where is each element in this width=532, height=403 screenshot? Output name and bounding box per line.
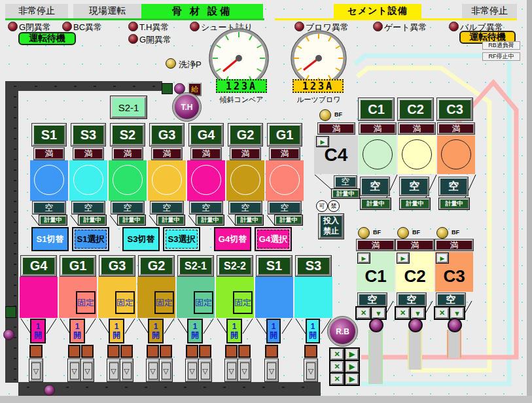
fixed-button[interactable]: 固定 [154, 291, 174, 314]
wash-pump-label: 洗浄P [179, 59, 202, 71]
s3-select-button[interactable]: S3選択 [163, 227, 200, 251]
allow-toggle[interactable]: 可 [316, 200, 328, 212]
start-button[interactable]: ▶ [346, 374, 359, 385]
vibrator-button[interactable]: ▽ [68, 359, 80, 381]
start-button[interactable]: ▶ [346, 349, 359, 360]
bc-alarm-lamp [62, 22, 72, 31]
gate-open-button[interactable]: 1開 [266, 319, 281, 343]
vibrator-button[interactable]: ▽ [186, 359, 198, 381]
th-alarm-lamp [128, 22, 138, 31]
bf-label: BF [412, 229, 420, 236]
silo-header: C3 [437, 98, 472, 120]
aggregate-underline [5, 18, 264, 20]
full-indicator: 満 [318, 123, 355, 134]
g-close-alarm-lamp [8, 22, 18, 31]
vibrator-icon: ▽ [109, 362, 118, 379]
silo-header: C1 [359, 98, 394, 120]
bf-lamp [358, 227, 370, 239]
discharge-button[interactable]: ▼ [450, 307, 464, 319]
weighing-indicator: 計量中 [196, 215, 224, 225]
blower-gauge [291, 30, 347, 86]
s1-switch-button[interactable]: S1切替 [31, 227, 69, 251]
estop-right-label: 非常停止 [462, 4, 517, 18]
g-open-alarm-label: G開異常 [139, 34, 171, 46]
discharge-gate [147, 345, 159, 358]
start-button[interactable]: ▶ [346, 361, 359, 372]
play-button[interactable]: ▶ [436, 253, 448, 263]
vibrator-icon: ▽ [31, 362, 41, 379]
silo-body [30, 160, 68, 201]
full-indicator: 満 [396, 239, 434, 251]
play-button[interactable]: ▶ [397, 253, 409, 263]
empty-indicator: 空 [436, 293, 465, 306]
cancel-button[interactable]: ✕ [330, 361, 344, 372]
gate-open-button[interactable]: 1開 [109, 319, 124, 343]
play-button[interactable]: ▶ [317, 137, 328, 147]
gate-open-button[interactable]: 1開 [187, 319, 203, 343]
play-button[interactable]: ▶ [358, 253, 370, 263]
empty-indicator: 空 [72, 202, 105, 214]
cement-pipe [368, 330, 383, 384]
gate-open-button[interactable]: 1開 [306, 319, 320, 343]
s1-select-button[interactable]: S1選択 [72, 227, 109, 251]
discharge-gate [304, 345, 317, 358]
g4-switch-button[interactable]: G4切替 [214, 227, 251, 251]
vibrator-button[interactable]: ▽ [120, 359, 133, 381]
rf-stop-note: RF停止中 [482, 52, 520, 61]
vibrator-button[interactable]: ▽ [107, 359, 120, 381]
g4-select-button[interactable]: G4選択 [255, 227, 292, 251]
silo-header: S2-2 [217, 256, 253, 276]
left-status-box [5, 306, 16, 318]
fixed-button[interactable]: 固定 [194, 291, 213, 314]
weighing-indicator: 計量中 [236, 215, 263, 225]
fixed-button[interactable]: 固定 [233, 291, 253, 314]
vibrator-button[interactable]: ▽ [160, 359, 172, 381]
discharge-gate [107, 345, 120, 358]
bf-lamp [436, 227, 448, 239]
gate-open-button[interactable]: 1開 [30, 319, 46, 343]
cancel-button[interactable]: ✕ [435, 307, 449, 319]
full-indicator: 満 [359, 123, 396, 134]
vibrator-button[interactable]: ▽ [238, 359, 251, 381]
discharge-button[interactable]: ▼ [411, 307, 425, 319]
fixed-button[interactable]: 固定 [76, 291, 96, 314]
gate-open-button[interactable]: 1開 [226, 319, 242, 343]
vibrator-button[interactable]: ▽ [225, 359, 238, 381]
empty-indicator: 空 [111, 202, 144, 214]
empty-indicator: 空 [33, 202, 65, 214]
vibrator-button[interactable]: ▽ [265, 359, 278, 381]
vibrator-button[interactable]: ▽ [29, 359, 43, 381]
cancel-button[interactable]: ✕ [396, 307, 410, 319]
vibrator-button[interactable]: ▽ [199, 359, 211, 381]
weighing-indicator: 計量中 [275, 215, 302, 225]
cement-valve [448, 318, 462, 332]
discharge-gate [81, 345, 94, 358]
gate-open-button[interactable]: 1開 [148, 319, 164, 343]
cancel-button[interactable]: ✕ [330, 349, 344, 360]
charge-block-button[interactable]: 投入禁止 [319, 214, 344, 239]
fixed-button[interactable]: 固定 [115, 291, 135, 314]
vibrator-icon: ▽ [162, 362, 171, 379]
full-indicator: 満 [435, 239, 473, 251]
conveyor-gauge-label: 傾斜コンベア [207, 95, 276, 105]
cancel-button[interactable]: ✕ [357, 307, 370, 319]
silo-header: G4 [21, 256, 56, 276]
empty-indicator: 空 [358, 293, 387, 306]
discharge-gate [160, 345, 172, 358]
vibrator-icon: ▽ [306, 362, 315, 379]
forbid-toggle[interactable]: 禁 [328, 200, 340, 212]
bf-label: BF [334, 111, 342, 118]
left-conveyor-lamp [3, 329, 14, 340]
full-indicator: 満 [34, 148, 64, 160]
full-indicator: 満 [399, 123, 435, 134]
s2-1-select-button[interactable]: S2-1 [111, 96, 147, 118]
silo-body [109, 160, 147, 201]
discharge-button[interactable]: ▼ [372, 307, 385, 319]
vibrator-button[interactable]: ▽ [81, 359, 94, 381]
estop-left-label: 非常停止 [5, 4, 68, 18]
vibrator-button[interactable]: ▽ [304, 359, 317, 381]
vibrator-button[interactable]: ▽ [147, 359, 159, 381]
s3-switch-button[interactable]: S3切替 [122, 227, 160, 251]
cancel-button[interactable]: ✕ [330, 374, 344, 385]
gate-open-button[interactable]: 1開 [69, 319, 85, 343]
